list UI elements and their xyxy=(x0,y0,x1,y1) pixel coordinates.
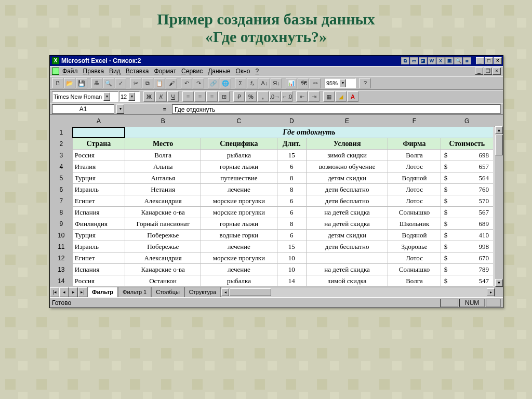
col-header[interactable]: C xyxy=(201,115,277,127)
table-cell[interactable]: 8 xyxy=(277,218,306,230)
table-cell[interactable]: Водяной xyxy=(388,172,441,184)
cost-cell[interactable]: 998 xyxy=(441,241,493,252)
col-header[interactable]: D xyxy=(277,115,306,127)
cut-icon[interactable]: ✂ xyxy=(130,78,141,88)
menu-item[interactable]: Формат xyxy=(154,68,176,75)
table-cell[interactable]: Волга xyxy=(388,275,441,287)
table-cell[interactable]: Израиль xyxy=(72,184,125,195)
table-cell[interactable]: Финляндия xyxy=(72,218,125,230)
row-header[interactable]: 11 xyxy=(50,241,73,252)
align-left-icon[interactable]: ≡ xyxy=(182,91,194,102)
table-cell[interactable]: Канарские о-ва xyxy=(125,264,201,275)
map-icon[interactable]: 🗺 xyxy=(298,78,309,88)
table-cell[interactable]: на детей скидка xyxy=(306,207,388,218)
table-cell[interactable]: горные лыжи xyxy=(201,161,277,172)
format-painter-icon[interactable]: 🖌 xyxy=(166,78,177,88)
print-preview-icon[interactable]: 🔍 xyxy=(103,78,114,88)
col-header[interactable]: A xyxy=(72,115,125,127)
tray-icon[interactable]: ◙ xyxy=(463,57,471,64)
scroll-left-button[interactable]: ◂ xyxy=(221,288,229,296)
col-header[interactable]: E xyxy=(306,115,388,127)
table-cell[interactable]: зимой скидка xyxy=(306,275,388,287)
cell-selected[interactable] xyxy=(72,127,125,138)
table-cell[interactable]: на детей скидка xyxy=(306,264,388,275)
table-cell[interactable]: зимой скидки xyxy=(306,150,388,161)
table-cell[interactable]: Россия xyxy=(72,275,125,287)
row-header[interactable]: 14 xyxy=(50,275,73,287)
table-cell[interactable] xyxy=(306,252,388,264)
table-cell[interactable]: рыбалка xyxy=(201,150,277,161)
table-cell[interactable]: Анталья xyxy=(125,172,201,184)
cost-cell[interactable]: 698 xyxy=(441,150,493,161)
row-header[interactable]: 3 xyxy=(50,150,73,161)
table-cell[interactable]: на детей скидка xyxy=(306,218,388,230)
spellcheck-icon[interactable]: ✓ xyxy=(115,78,126,88)
maximize-button[interactable]: □ xyxy=(485,57,493,64)
table-cell[interactable]: 6 xyxy=(277,161,306,172)
align-center-icon[interactable]: ≡ xyxy=(194,91,206,102)
menu-item[interactable]: Вставка xyxy=(126,68,149,75)
table-cell[interactable]: Солнышко xyxy=(388,207,441,218)
sheet-tab[interactable]: Фильтр xyxy=(87,287,118,297)
name-box-dropdown[interactable]: ▾ xyxy=(116,104,124,114)
font-color-icon[interactable]: A xyxy=(347,91,358,102)
column-header-cell[interactable]: Стоимость xyxy=(441,138,493,150)
cost-cell[interactable]: 760 xyxy=(441,184,493,195)
function-icon[interactable]: fₓ xyxy=(247,78,258,88)
menu-item[interactable]: Правка xyxy=(83,68,104,75)
select-all-corner[interactable] xyxy=(50,115,73,127)
tray-icon[interactable]: 🔍 xyxy=(454,57,462,64)
open-icon[interactable]: 📂 xyxy=(64,78,75,88)
table-cell[interactable]: 15 xyxy=(277,241,306,252)
new-icon[interactable]: 🗋 xyxy=(52,78,63,88)
scroll-down-button[interactable]: ▼ xyxy=(495,279,503,287)
merge-center-icon[interactable]: ⊞ xyxy=(218,91,230,102)
table-cell[interactable]: Здоровье xyxy=(388,241,441,252)
align-right-icon[interactable]: ≡ xyxy=(206,91,218,102)
table-cell[interactable]: 15 xyxy=(277,150,306,161)
decrease-indent-icon[interactable]: ⇤ xyxy=(296,91,308,102)
row-header[interactable]: 7 xyxy=(50,195,73,207)
table-cell[interactable]: путешествие xyxy=(201,172,277,184)
row-header[interactable]: 8 xyxy=(50,207,73,218)
table-title[interactable]: Где отдохнуть xyxy=(125,127,494,138)
row-header[interactable]: 9 xyxy=(50,218,73,230)
table-cell[interactable]: Турция xyxy=(72,172,125,184)
increase-decimal-icon[interactable]: .0→ xyxy=(269,91,281,102)
row-header[interactable]: 5 xyxy=(50,172,73,184)
font-name-combo[interactable]: Times New Roman▾ xyxy=(52,91,118,102)
table-cell[interactable]: 6 xyxy=(277,195,306,207)
table-cell[interactable]: рыбалка xyxy=(201,275,277,287)
column-header-cell[interactable]: Место xyxy=(125,138,201,150)
document-icon[interactable] xyxy=(52,68,59,75)
tray-icon[interactable]: X xyxy=(436,57,445,64)
cost-cell[interactable]: 570 xyxy=(441,195,493,207)
menu-item[interactable]: Вид xyxy=(109,68,121,75)
sheet-tab[interactable]: Структура xyxy=(184,287,221,297)
cost-cell[interactable]: 564 xyxy=(441,172,493,184)
table-cell[interactable]: Лотос xyxy=(388,195,441,207)
table-cell[interactable]: Школьник xyxy=(388,218,441,230)
tab-first-button[interactable]: |◂ xyxy=(50,287,59,297)
italic-icon[interactable]: К xyxy=(155,91,167,102)
hyperlink-icon[interactable]: 🔗 xyxy=(208,78,219,88)
row-header[interactable]: 1 xyxy=(50,127,73,138)
cost-cell[interactable]: 410 xyxy=(441,230,493,241)
doc-restore-button[interactable]: ❐ xyxy=(484,68,492,75)
table-cell[interactable]: дети бесплатно xyxy=(306,241,388,252)
autosum-icon[interactable]: Σ xyxy=(235,78,246,88)
percent-icon[interactable]: % xyxy=(245,91,257,102)
table-cell[interactable]: дети бесплатно xyxy=(306,184,388,195)
zoom-combo[interactable]: 95%▾ xyxy=(325,78,356,88)
cost-cell[interactable]: 689 xyxy=(441,218,493,230)
formula-input[interactable]: Где отдохнуть xyxy=(172,104,501,114)
bold-icon[interactable]: Ж xyxy=(143,91,155,102)
sheet-tab[interactable]: Столбцы xyxy=(151,287,184,297)
copy-icon[interactable]: ⧉ xyxy=(142,78,153,88)
table-cell[interactable]: Испания xyxy=(72,264,125,275)
undo-icon[interactable]: ↶ xyxy=(181,78,192,88)
table-cell[interactable]: Альпы xyxy=(125,161,201,172)
worksheet-grid[interactable]: A B C D E F G 1Где отдохнуть2СтранаМесто… xyxy=(50,115,503,287)
row-header[interactable]: 10 xyxy=(50,230,73,241)
row-header[interactable]: 4 xyxy=(50,161,73,172)
